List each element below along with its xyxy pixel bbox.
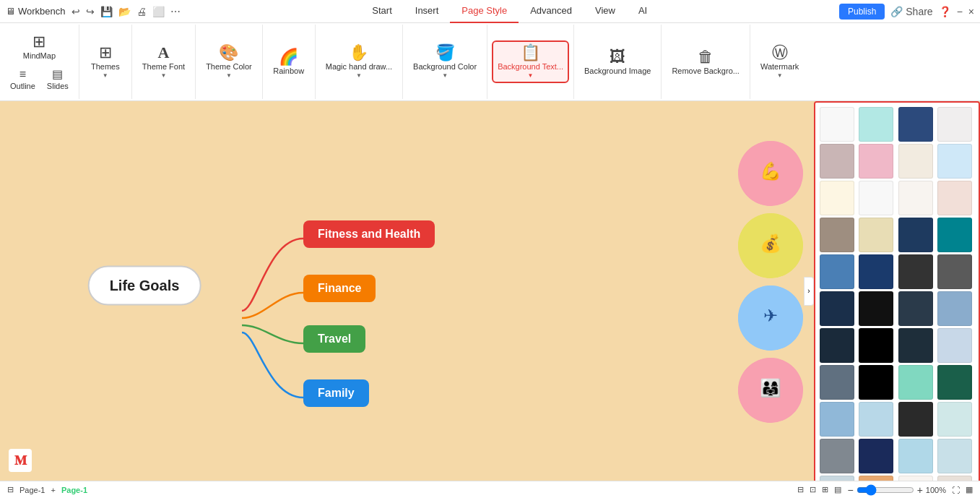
bg-swatch-28[interactable] — [820, 365, 854, 400]
mindmap-button[interactable]: ⊞ MindMap — [19, 31, 60, 63]
bg-swatch-3[interactable] — [937, 107, 972, 142]
more-button[interactable]: ⋯ — [170, 6, 181, 17]
bg-swatch-6[interactable] — [898, 144, 933, 179]
bg-swatch-5[interactable] — [859, 144, 893, 179]
bg-swatch-4[interactable] — [820, 144, 854, 179]
add-page-button[interactable]: + — [51, 486, 55, 494]
bg-swatch-32[interactable] — [820, 402, 854, 437]
layout-button[interactable]: ⊟ — [797, 485, 804, 494]
theme-font-button[interactable]: A Theme Font ▼ — [138, 42, 189, 82]
tab-insert[interactable]: Insert — [404, 0, 451, 23]
bg-swatch-40[interactable] — [820, 476, 854, 481]
fit-button[interactable]: ⊡ — [810, 485, 816, 494]
tab-page-style[interactable]: Page Style — [450, 0, 519, 23]
branch-finance[interactable]: Finance — [303, 275, 376, 302]
tab-ai[interactable]: AI — [627, 0, 659, 23]
canvas-area[interactable]: Life Goals Fitness and Health Finance Tr… — [0, 101, 980, 481]
slides-label: Slides — [47, 82, 69, 90]
svg-text:👨‍👩‍👧: 👨‍👩‍👧 — [760, 377, 781, 398]
current-page-tab[interactable]: Page-1 — [61, 486, 87, 494]
mindmap-icon: ⊞ — [32, 34, 45, 50]
branch-family[interactable]: Family — [303, 379, 369, 407]
themes-label: Themes — [91, 62, 120, 71]
bg-swatch-8[interactable] — [820, 181, 854, 215]
bg-swatch-38[interactable] — [898, 439, 933, 473]
circle-img-1: 💪 — [738, 141, 803, 206]
bg-swatch-39[interactable] — [937, 439, 972, 473]
slides-button[interactable]: ▤ Slides — [43, 66, 73, 93]
bg-swatch-1[interactable] — [859, 107, 893, 142]
bg-swatch-19[interactable] — [937, 254, 972, 289]
bg-swatch-37[interactable] — [859, 439, 893, 473]
print-button[interactable]: 🖨 — [136, 6, 147, 17]
export-button[interactable]: ⬜ — [152, 6, 165, 17]
fullscreen-button[interactable]: ⛶ — [952, 486, 960, 494]
bg-swatch-14[interactable] — [898, 218, 933, 252]
share-button[interactable]: 🔗 Share — [890, 6, 932, 17]
bg-swatch-22[interactable] — [898, 291, 933, 326]
remove-background-icon: 🗑 — [698, 49, 714, 65]
magic-hand-button[interactable]: ✋ Magic hand draw... ▼ — [321, 42, 396, 82]
close-button[interactable]: × — [968, 6, 974, 17]
bg-swatch-21[interactable] — [859, 291, 893, 326]
right-panel-collapse-button[interactable]: › — [804, 277, 814, 306]
bg-swatch-42[interactable] — [898, 476, 933, 481]
background-text-button[interactable]: 📋 Background Text... ▼ — [493, 42, 568, 82]
tab-view[interactable]: View — [584, 0, 627, 23]
tab-advanced[interactable]: Advanced — [519, 0, 584, 23]
bg-swatch-18[interactable] — [898, 254, 933, 289]
save-button[interactable]: 💾 — [100, 6, 113, 17]
remove-background-button[interactable]: 🗑 Remove Backgro... — [667, 46, 744, 78]
bg-swatch-30[interactable] — [898, 365, 933, 400]
zoom-in-button[interactable]: + — [917, 484, 923, 496]
themes-button[interactable]: ⊞ Themes ▼ — [85, 42, 126, 82]
bg-swatch-24[interactable] — [820, 328, 854, 363]
watermark-button[interactable]: Ⓦ Watermark ▼ — [756, 42, 803, 82]
bg-swatch-25[interactable] — [859, 328, 893, 363]
bg-swatch-15[interactable] — [937, 218, 972, 252]
outline-button[interactable]: ≡ Outline — [6, 66, 40, 93]
bg-swatch-0[interactable] — [820, 107, 854, 142]
bg-swatch-43[interactable] — [937, 476, 972, 481]
bg-swatch-13[interactable] — [859, 218, 893, 252]
branch-travel[interactable]: Travel — [303, 325, 365, 353]
zoom-slider[interactable] — [857, 484, 914, 496]
background-image-button[interactable]: 🖼 Background Image — [580, 46, 655, 78]
bg-swatch-2[interactable] — [898, 107, 933, 142]
bg-swatch-29[interactable] — [859, 365, 893, 400]
bg-swatch-23[interactable] — [937, 291, 972, 326]
background-color-button[interactable]: 🪣 Background Color ▼ — [409, 42, 481, 82]
bg-swatch-27[interactable] — [937, 328, 972, 363]
redo-button[interactable]: ↪ — [86, 6, 95, 17]
open-button[interactable]: 📂 — [118, 6, 131, 17]
branch-fitness[interactable]: Fitness and Health — [303, 220, 435, 248]
bg-swatch-31[interactable] — [937, 365, 972, 400]
bg-swatch-17[interactable] — [859, 254, 893, 289]
bg-swatch-11[interactable] — [937, 181, 972, 215]
center-node[interactable]: Life Goals — [88, 266, 201, 306]
tab-start[interactable]: Start — [360, 0, 403, 23]
present-button[interactable]: ▤ — [834, 485, 841, 494]
undo-button[interactable]: ↩ — [71, 6, 80, 17]
split-view-button[interactable]: ▦ — [966, 485, 973, 494]
help-button[interactable]: ❓ — [939, 6, 951, 17]
bg-swatch-34[interactable] — [898, 402, 933, 437]
bg-swatch-9[interactable] — [859, 181, 893, 215]
rainbow-button[interactable]: 🌈 Rainbow — [269, 46, 309, 78]
expand-button[interactable]: ⊞ — [822, 485, 828, 494]
zoom-out-button[interactable]: − — [847, 484, 853, 496]
bg-swatch-10[interactable] — [898, 181, 933, 215]
theme-color-button[interactable]: 🎨 Theme Color ▼ — [201, 42, 256, 82]
bg-swatch-12[interactable] — [820, 218, 854, 252]
bg-swatch-41[interactable] — [859, 476, 893, 481]
publish-button[interactable]: Publish — [839, 4, 885, 20]
bg-swatch-7[interactable] — [937, 144, 972, 179]
background-color-arrow-icon: ▼ — [442, 72, 448, 79]
bg-swatch-16[interactable] — [820, 254, 854, 289]
bg-swatch-20[interactable] — [820, 291, 854, 326]
bg-swatch-26[interactable] — [898, 328, 933, 363]
bg-swatch-36[interactable] — [820, 439, 854, 473]
bg-swatch-35[interactable] — [937, 402, 972, 437]
minimize-button[interactable]: − — [957, 6, 963, 17]
bg-swatch-33[interactable] — [859, 402, 893, 437]
